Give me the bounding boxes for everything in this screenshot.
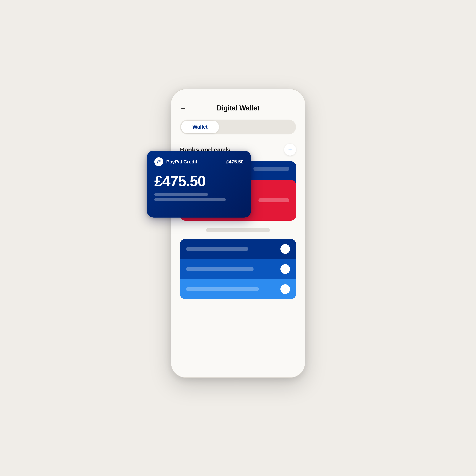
card-bottom-line-2 — [154, 198, 226, 201]
paypal-p-logo: P — [154, 157, 163, 166]
pm-row-3[interactable]: + — [180, 279, 296, 299]
pm-row-2-label — [186, 267, 254, 271]
card-header: P PayPal Credit £475.50 — [154, 157, 244, 166]
paypal-credit-name: PayPal Credit — [166, 159, 197, 165]
scene: ← Digital Wallet Wallet Banks and cards … — [154, 61, 322, 415]
placeholder-bar — [206, 228, 270, 232]
red-card-line-2 — [258, 198, 289, 202]
screen: ← Digital Wallet Wallet Banks and cards … — [171, 89, 305, 377]
tab-3[interactable] — [257, 121, 295, 133]
pm-row-2[interactable]: + — [180, 259, 296, 279]
tab-bar: Wallet — [180, 119, 296, 135]
pm-row-1-add-button[interactable]: + — [280, 244, 290, 254]
pm-row-2-add-button[interactable]: + — [280, 264, 290, 274]
pm-row-3-add-button[interactable]: + — [280, 284, 290, 294]
card-bottom-lines — [154, 193, 244, 201]
card-line-2 — [254, 167, 289, 171]
paypal-logo-area: P PayPal Credit — [154, 157, 197, 166]
tab-wallet[interactable]: Wallet — [181, 121, 219, 133]
page-title: Digital Wallet — [217, 104, 259, 112]
add-bank-card-button[interactable]: + — [284, 144, 296, 156]
pm-row-1-label — [186, 247, 248, 251]
card-amount-large: £475.50 — [154, 174, 244, 188]
card-bottom-line-1 — [154, 193, 208, 196]
tab-2[interactable] — [219, 121, 257, 133]
pm-row-3-label — [186, 287, 259, 291]
phone-shell: ← Digital Wallet Wallet Banks and cards … — [171, 89, 305, 377]
back-button[interactable]: ← — [180, 105, 187, 112]
header: ← Digital Wallet — [180, 104, 296, 112]
card-balance-top: £475.50 — [226, 159, 244, 165]
pm-row-1[interactable]: + — [180, 239, 296, 259]
payment-methods-list: + + + — [180, 239, 296, 299]
paypal-credit-card[interactable]: P PayPal Credit £475.50 £475.50 — [147, 151, 251, 218]
